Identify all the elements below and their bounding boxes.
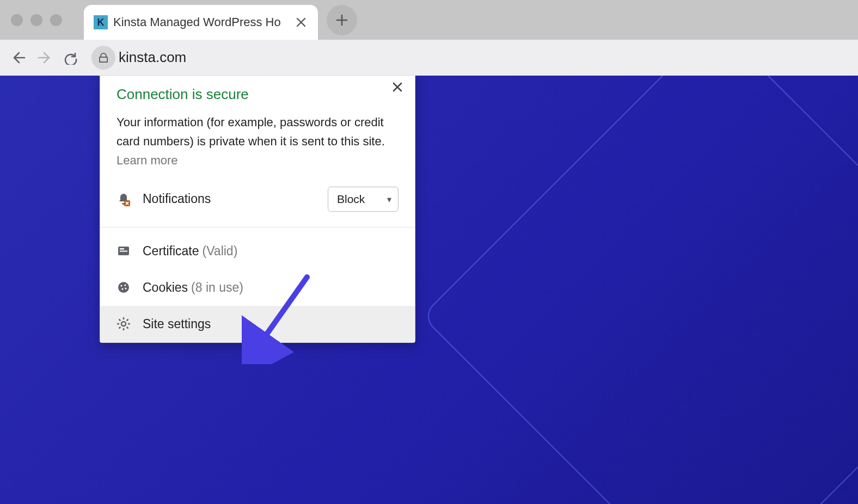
permission-value: Block	[337, 193, 365, 205]
permission-dropdown[interactable]: Block	[328, 187, 399, 212]
window-controls	[11, 14, 62, 26]
popup-description-text: Your information (for example, passwords…	[117, 115, 385, 148]
toolbar: kinsta.com	[0, 40, 858, 76]
page-content: Connection is secure Your information (f…	[0, 76, 858, 504]
tab-strip: K Kinsta Managed WordPress Ho	[0, 0, 858, 40]
certificate-sub: (Valid)	[203, 244, 238, 259]
site-info-button[interactable]	[91, 46, 115, 70]
window-maximize[interactable]	[50, 14, 62, 26]
tab-close-button[interactable]	[294, 15, 308, 29]
svg-point-9	[121, 322, 126, 326]
lock-icon	[98, 52, 109, 63]
svg-point-6	[124, 284, 126, 286]
close-icon	[392, 82, 403, 93]
notifications-blocked-icon	[117, 192, 133, 206]
svg-line-15	[127, 327, 128, 329]
menu-item-site-settings[interactable]: Site settings	[100, 306, 415, 342]
cookie-icon	[117, 280, 133, 294]
new-tab-button[interactable]	[327, 5, 357, 35]
site-info-popup: Connection is secure Your information (f…	[100, 76, 415, 343]
svg-point-4	[118, 282, 129, 293]
popup-close-button[interactable]	[390, 79, 405, 95]
address-bar[interactable]: kinsta.com	[91, 46, 851, 70]
cookies-sub: (8 in use)	[191, 280, 243, 295]
svg-point-5	[120, 285, 122, 286]
svg-rect-3	[120, 251, 127, 252]
cookies-label: Cookies	[143, 280, 188, 295]
arrow-right-icon	[38, 51, 52, 65]
permission-row-notifications: Notifications Block	[100, 170, 415, 227]
svg-line-17	[119, 327, 121, 329]
svg-line-14	[119, 319, 121, 321]
svg-line-16	[127, 319, 128, 321]
arrow-left-icon	[11, 51, 26, 65]
gear-icon	[117, 317, 133, 331]
learn-more-link[interactable]: Learn more	[117, 153, 178, 167]
url-text: kinsta.com	[119, 49, 186, 66]
popup-description: Your information (for example, passwords…	[100, 103, 415, 170]
back-button[interactable]	[7, 46, 30, 70]
reload-button[interactable]	[59, 46, 83, 70]
tab-favicon: K	[94, 15, 108, 29]
svg-rect-2	[120, 248, 124, 250]
tab-title: Kinsta Managed WordPress Ho	[113, 15, 289, 29]
reload-icon	[64, 51, 78, 65]
close-icon	[296, 17, 306, 27]
permission-label: Notifications	[143, 192, 328, 206]
svg-point-7	[121, 288, 123, 290]
forward-button[interactable]	[33, 46, 57, 70]
menu-item-cookies[interactable]: Cookies (8 in use)	[100, 269, 415, 306]
svg-point-8	[125, 287, 126, 289]
certificate-label: Certificate	[143, 244, 199, 259]
window-minimize[interactable]	[30, 14, 42, 26]
menu-item-certificate[interactable]: Certificate (Valid)	[100, 233, 415, 269]
popup-title: Connection is secure	[117, 86, 399, 103]
window-close[interactable]	[11, 14, 23, 26]
site-settings-label: Site settings	[143, 317, 211, 331]
plus-icon	[336, 14, 348, 26]
browser-tab[interactable]: K Kinsta Managed WordPress Ho	[84, 5, 318, 40]
certificate-icon	[117, 244, 133, 258]
